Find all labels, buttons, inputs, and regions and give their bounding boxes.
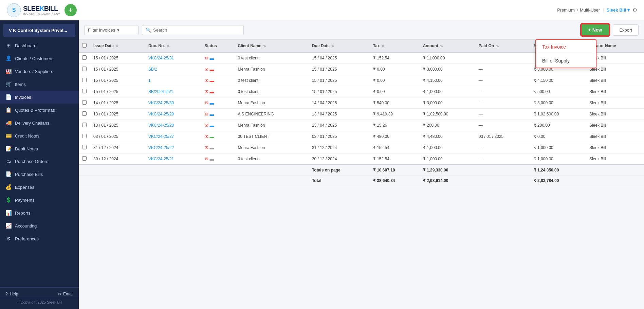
row-checkbox[interactable] <box>82 89 87 93</box>
row-client-name: 0 test client <box>234 75 308 86</box>
sidebar-item-accounting[interactable]: 📈 Accounting <box>0 219 79 232</box>
new-button[interactable]: + New <box>581 24 610 36</box>
row-checkbox-cell[interactable] <box>79 64 90 75</box>
filter-invoices-select[interactable]: Filter Invoices ▾ <box>84 25 139 35</box>
col-client-name[interactable]: Client Name ⇅ <box>234 40 308 52</box>
doc-no-link[interactable]: SB/2024-25/1 <box>148 89 173 94</box>
row-checkbox[interactable] <box>82 156 87 161</box>
row-checkbox-cell[interactable] <box>79 52 90 64</box>
sidebar-item-clients[interactable]: 👤 Clients / Customers <box>0 52 79 65</box>
email-status-icon: ✉ <box>204 134 208 139</box>
doc-no-link[interactable]: VKC/24-25/27 <box>148 134 174 139</box>
company-selector[interactable]: V K Control System Privat... <box>3 24 75 37</box>
row-checkbox[interactable] <box>82 123 87 127</box>
sidebar-item-items[interactable]: 🛒 Items <box>0 78 79 91</box>
col-amount[interactable]: Amount ⇅ <box>420 40 475 52</box>
filter-arrow-icon: ▾ <box>117 28 119 33</box>
row-checkbox-cell[interactable] <box>79 120 90 131</box>
row-doc-no[interactable]: VKC/24-25/21 <box>145 153 201 165</box>
col-paid-on[interactable]: Paid On ⇅ <box>475 40 530 52</box>
row-checkbox-cell[interactable] <box>79 109 90 120</box>
sidebar-item-purchase-orders[interactable]: 🗂 Purchase Orders <box>0 155 79 168</box>
row-doc-no[interactable]: VKC/24-25/27 <box>145 131 201 142</box>
row-checkbox-cell[interactable] <box>79 131 90 142</box>
row-checkbox[interactable] <box>82 78 87 82</box>
row-doc-no[interactable]: VKC/24-25/30 <box>145 97 201 109</box>
sidebar-item-debit[interactable]: 📝 Debit Notes <box>0 142 79 155</box>
col-due-date[interactable]: Due Date ⇅ <box>309 40 370 52</box>
row-checkbox-cell[interactable] <box>79 75 90 86</box>
sidebar-item-label: Dashboard <box>15 43 37 48</box>
sidebar-item-dashboard[interactable]: ⊞ Dashboard <box>0 39 79 52</box>
col-issue-date[interactable]: Issue Date ⇅ <box>90 40 145 52</box>
search-icon: 🔍 <box>146 28 151 33</box>
select-all-header[interactable] <box>79 40 90 52</box>
search-input[interactable] <box>153 28 240 33</box>
email-icon: ✉ <box>58 292 61 296</box>
brand-label[interactable]: Sleek Bill ▾ <box>607 7 630 13</box>
row-status: ✉ ▬ <box>201 52 234 64</box>
search-box[interactable]: 🔍 <box>142 25 244 35</box>
doc-no-link[interactable]: 1 <box>148 78 151 83</box>
row-doc-no[interactable]: VKC/24-25/29 <box>145 109 201 120</box>
row-due-date: 13 / 04 / 2025 <box>309 109 370 120</box>
row-checkbox[interactable] <box>82 134 87 138</box>
row-doc-no[interactable]: 1 <box>145 75 201 86</box>
row-amount: ₹ 200.00 <box>420 120 475 131</box>
row-checkbox-cell[interactable] <box>79 97 90 109</box>
back-arrow[interactable]: ‹ <box>17 300 18 304</box>
col-doc-no[interactable]: Doc. No. ⇅ <box>145 40 201 52</box>
doc-no-link[interactable]: VKC/24-25/29 <box>148 112 174 116</box>
doc-no-link[interactable]: VKC/24-25/31 <box>148 56 174 60</box>
doc-no-link[interactable]: SB/2 <box>148 67 157 72</box>
row-checkbox-cell[interactable] <box>79 86 90 97</box>
sidebar-item-label: Debit Notes <box>15 146 38 151</box>
doc-no-link[interactable]: VKC/24-25/21 <box>148 157 174 161</box>
doc-no-link[interactable]: VKC/24-25/30 <box>148 101 174 105</box>
sidebar-item-credit[interactable]: 💳 Credit Notes <box>0 129 79 142</box>
sidebar-item-payments[interactable]: 💲 Payments <box>0 194 79 206</box>
row-due-date: 13 / 04 / 2025 <box>309 120 370 131</box>
row-checkbox[interactable] <box>82 55 87 60</box>
table-row: 14 / 01 / 2025 VKC/24-25/30 ✉ ▬ Mehra Fa… <box>79 97 644 109</box>
row-balance: ₹ 1,02,500.00 <box>530 109 586 120</box>
bill-of-supply-option[interactable]: Bill of Supply <box>536 54 596 68</box>
card-green-icon: ▬ <box>210 134 214 139</box>
row-checkbox[interactable] <box>82 100 87 105</box>
row-checkbox[interactable] <box>82 145 87 149</box>
export-button[interactable]: Export <box>613 24 639 36</box>
row-status: ✉ ▬ <box>201 131 234 142</box>
settings-icon[interactable]: ⚙ <box>632 7 637 13</box>
sidebar-item-expenses[interactable]: 💰 Expenses <box>0 181 79 194</box>
row-doc-no[interactable]: VKC/24-25/28 <box>145 120 201 131</box>
row-creator: Sleek Bill <box>586 86 644 97</box>
sidebar-item-quotes[interactable]: 📋 Quotes & Proformas <box>0 104 79 116</box>
card-red-icon: ▬ <box>210 78 214 83</box>
row-doc-no[interactable]: SB/2024-25/1 <box>145 86 201 97</box>
select-all-checkbox[interactable] <box>82 43 87 48</box>
row-checkbox-cell[interactable] <box>79 142 90 153</box>
row-tax: ₹ 152.54 <box>370 142 420 153</box>
email-button[interactable]: ✉ Email <box>58 292 73 296</box>
doc-no-link[interactable]: VKC/24-25/22 <box>148 145 174 150</box>
col-tax[interactable]: Tax ⇅ <box>370 40 420 52</box>
row-doc-no[interactable]: VKC/24-25/22 <box>145 142 201 153</box>
row-checkbox-cell[interactable] <box>79 153 90 165</box>
sidebar-item-vendors[interactable]: 🏭 Vendors / Suppliers <box>0 65 79 78</box>
sidebar-item-delivery[interactable]: 🚚 Delivery Challans <box>0 116 79 129</box>
tax-invoice-option[interactable]: Tax Invoice <box>536 40 596 54</box>
row-checkbox[interactable] <box>82 67 87 71</box>
help-button[interactable]: ? Help <box>5 292 18 296</box>
sidebar-item-invoices[interactable]: 📄 Invoices <box>0 91 79 104</box>
row-status: ✉ ▬ <box>201 75 234 86</box>
sidebar-item-purchase-bills[interactable]: 📑 Purchase Bills <box>0 168 79 181</box>
add-button[interactable]: + <box>65 4 77 16</box>
row-doc-no[interactable]: SB/2 <box>145 64 201 75</box>
sidebar-item-preferences[interactable]: ⚙ Preferences <box>0 232 79 245</box>
email-status-icon: ✉ <box>204 156 208 162</box>
sidebar-item-reports[interactable]: 📊 Reports <box>0 206 79 219</box>
row-doc-no[interactable]: VKC/24-25/31 <box>145 52 201 64</box>
doc-no-link[interactable]: VKC/24-25/28 <box>148 123 174 128</box>
row-checkbox[interactable] <box>82 111 87 116</box>
row-balance: ₹ 3,000.00 <box>530 97 586 109</box>
